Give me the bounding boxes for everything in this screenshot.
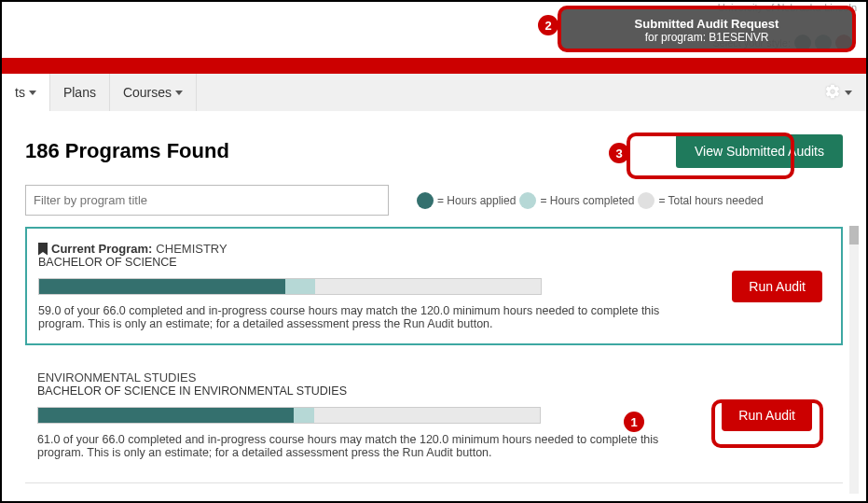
divider (25, 482, 843, 483)
nav-item-label: Courses (123, 85, 172, 100)
view-submitted-audits-button[interactable]: View Submitted Audits (676, 134, 843, 168)
settings-menu[interactable] (824, 83, 852, 103)
nav-bar: ts Plans Courses (2, 74, 866, 111)
program-degree: BACHELOR OF SCIENCE IN ENVIRONMENTAL STU… (37, 384, 831, 398)
toast-title: Submitted Audit Request (572, 17, 841, 31)
filter-input[interactable] (25, 185, 389, 216)
progress-bar (38, 278, 542, 295)
run-audit-button[interactable]: Run Audit (732, 271, 822, 302)
toast-subtitle: for program: B1ESENVR (572, 31, 841, 44)
legend-dot-total (638, 192, 654, 209)
program-name: CHEMISTRY (156, 242, 227, 256)
program-card-current: Current Program: CHEMISTRY BACHELOR OF S… (25, 227, 843, 345)
chevron-down-icon (845, 91, 852, 95)
run-audit-button[interactable]: Run Audit (722, 399, 812, 431)
callout-badge-1: 1 (624, 412, 644, 432)
program-estimate-text: 59.0 of your 66.0 completed and in-progr… (38, 304, 672, 330)
callout-badge-2: 2 (538, 15, 558, 35)
program-card: ENVIRONMENTAL STUDIES BACHELOR OF SCIENC… (25, 356, 843, 473)
legend-dot-applied (417, 192, 434, 209)
scrollbar-track[interactable] (849, 226, 859, 494)
legend-dot-completed (519, 192, 536, 209)
legend: = Hours applied = Hours completed = Tota… (417, 192, 764, 209)
toast-notification: Submitted Audit Request for program: B1E… (561, 9, 852, 51)
nav-item-plans[interactable]: Plans (50, 74, 110, 111)
progress-completed-segment (285, 279, 315, 294)
legend-label-total: = Total hours needed (658, 194, 763, 207)
program-degree: BACHELOR OF SCIENCE (38, 256, 830, 269)
nav-item-label: ts (15, 85, 25, 100)
program-name: ENVIRONMENTAL STUDIES (37, 370, 196, 384)
header-red-bar (2, 58, 866, 75)
scrollbar-thumb[interactable] (849, 226, 859, 245)
callout-badge-3: 3 (609, 143, 629, 163)
progress-bar (37, 407, 541, 424)
program-estimate-text: 61.0 of your 66.0 completed and in-progr… (37, 433, 671, 459)
nav-item-audits[interactable]: ts (2, 74, 50, 111)
current-program-label: Current Program: (51, 242, 152, 256)
progress-applied-segment (39, 279, 285, 294)
nav-item-courses[interactable]: Courses (110, 74, 197, 111)
bookmark-icon (38, 243, 48, 256)
progress-completed-segment (294, 408, 314, 423)
legend-label-applied: = Hours applied (437, 194, 516, 207)
main-content: 186 Programs Found View Submitted Audits… (2, 111, 866, 501)
page-heading: 186 Programs Found (25, 139, 229, 163)
progress-applied-segment (38, 408, 294, 423)
chevron-down-icon (29, 91, 36, 95)
nav-item-label: Plans (63, 85, 96, 100)
chevron-down-icon (175, 91, 183, 95)
gear-icon (824, 83, 841, 103)
legend-label-completed: = Hours completed (540, 194, 634, 207)
